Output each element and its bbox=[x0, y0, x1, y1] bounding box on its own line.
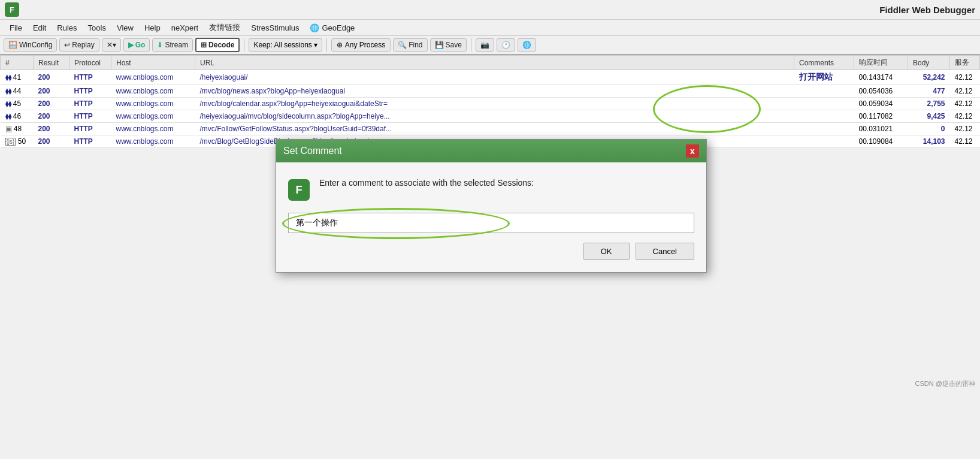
keep-sessions-button[interactable]: Keep: All sessions ▾ bbox=[249, 38, 322, 52]
replay-icon: ↩ bbox=[64, 41, 70, 49]
crosshair-icon: ⊕ bbox=[337, 41, 343, 49]
cell-host: www.cnblogs.com bbox=[111, 70, 195, 85]
menu-rules[interactable]: Rules bbox=[52, 22, 81, 34]
dialog-close-button[interactable]: x bbox=[686, 144, 699, 158]
table-row[interactable]: ⧫⧫ 45 200 HTTP www.cnblogs.com /mvc/blog… bbox=[1, 98, 980, 110]
save-icon: 💾 bbox=[435, 41, 444, 49]
menu-youqing[interactable]: 友情链接 bbox=[204, 21, 245, 34]
stream-button[interactable]: ⬇ Stream bbox=[152, 38, 193, 52]
toolbar-separator-3 bbox=[471, 38, 471, 52]
table-row[interactable]: ⧫⧫ 46 200 HTTP www.cnblogs.com /heiyexia… bbox=[1, 110, 980, 123]
cell-url: /heiyexiaoguai/mvc/blog/sidecolumn.aspx?… bbox=[195, 110, 794, 123]
cell-body: 14,103 bbox=[908, 135, 950, 148]
go-icon: ▶ bbox=[128, 41, 134, 49]
comment-input[interactable] bbox=[288, 213, 694, 233]
cell-host: www.cnblogs.com bbox=[111, 123, 195, 135]
cell-body: 9,425 bbox=[908, 110, 950, 123]
toolbar-separator-2 bbox=[326, 38, 327, 52]
col-header-service[interactable]: 服务 bbox=[950, 56, 980, 70]
cell-time: 00.031021 bbox=[854, 123, 908, 135]
cell-service: 42.12 bbox=[950, 98, 980, 110]
any-process-button[interactable]: ⊕ Any Process bbox=[331, 38, 391, 52]
toolbar: 🪟 WinConfig ↩ Replay ✕▾ ▶ Go ⬇ Stream ⊞ … bbox=[0, 36, 980, 55]
snapshot-button[interactable]: 📷 bbox=[476, 38, 494, 52]
menu-nexpert[interactable]: neXpert bbox=[167, 22, 204, 34]
clock-icon: 🕐 bbox=[501, 41, 510, 49]
cell-url: /heiyexiaoguai/ bbox=[195, 70, 794, 85]
dialog-content: F Enter a comment to associate with the … bbox=[288, 177, 694, 201]
table-row[interactable]: ⧫⧫ 41 200 HTTP www.cnblogs.com /heiyexia… bbox=[1, 70, 980, 85]
table-row[interactable]: ▣ 48 200 HTTP www.cnblogs.com /mvc/Follo… bbox=[1, 123, 980, 135]
globe-icon: 🌐 bbox=[522, 41, 531, 49]
cell-num: ▣ 48 bbox=[1, 123, 34, 135]
go-button[interactable]: ▶ Go bbox=[123, 38, 150, 52]
ok-button[interactable]: OK bbox=[583, 243, 630, 260]
dialog-input-area bbox=[288, 213, 694, 233]
cell-service: 42.12 bbox=[950, 85, 980, 98]
sessions-table-container: # Result Protocol Host URL Comments 响应时间… bbox=[0, 55, 980, 148]
set-comment-dialog[interactable]: Set Comment x F Enter a comment to assoc… bbox=[276, 139, 707, 273]
col-header-comments[interactable]: Comments bbox=[794, 56, 854, 70]
menu-geoedge[interactable]: 🌐 GeoEdge bbox=[305, 22, 359, 34]
x-button[interactable]: ✕▾ bbox=[102, 38, 121, 52]
cell-service: 42.12 bbox=[950, 123, 980, 135]
cell-time: 00.054036 bbox=[854, 85, 908, 98]
dialog-buttons: OK Cancel bbox=[288, 243, 694, 260]
cell-comments bbox=[794, 85, 854, 98]
dialog-body: F Enter a comment to associate with the … bbox=[276, 162, 706, 272]
dialog-message: Enter a comment to associate with the se… bbox=[319, 177, 534, 189]
cell-result: 200 bbox=[34, 98, 69, 110]
cell-host: www.cnblogs.com bbox=[111, 98, 195, 110]
cell-protocol: HTTP bbox=[69, 110, 111, 123]
col-header-time[interactable]: 响应时间 bbox=[854, 56, 908, 70]
table-row[interactable]: ⧫⧫ 44 200 HTTP www.cnblogs.com /mvc/blog… bbox=[1, 85, 980, 98]
save-button[interactable]: 💾 Save bbox=[430, 38, 467, 52]
windows-icon: 🪟 bbox=[8, 41, 17, 49]
cell-service: 42.12 bbox=[950, 135, 980, 148]
watermark: CSDN @逆击的雷神 bbox=[915, 379, 975, 388]
col-header-host[interactable]: Host bbox=[111, 56, 195, 70]
menu-tools[interactable]: Tools bbox=[83, 22, 111, 34]
menu-edit[interactable]: Edit bbox=[28, 22, 51, 34]
col-header-url[interactable]: URL bbox=[195, 56, 794, 70]
browse-button[interactable]: 🌐 bbox=[518, 38, 536, 52]
cell-time: 00.117082 bbox=[854, 110, 908, 123]
menu-view[interactable]: View bbox=[112, 22, 138, 34]
col-header-num[interactable]: # bbox=[1, 56, 34, 70]
cell-num: {js} 50 bbox=[1, 135, 34, 148]
find-button[interactable]: 🔍 Find bbox=[393, 38, 427, 52]
replay-button[interactable]: ↩ Replay bbox=[59, 38, 99, 52]
cell-num: ⧫⧫ 45 bbox=[1, 98, 34, 110]
decode-button[interactable]: ⊞ Decode bbox=[195, 38, 240, 52]
cell-body: 0 bbox=[908, 123, 950, 135]
cell-comments bbox=[794, 135, 854, 148]
cell-protocol: HTTP bbox=[69, 123, 111, 135]
cell-url: /mvc/blog/calendar.aspx?blogApp=heiyexia… bbox=[195, 98, 794, 110]
toolbar-separator-1 bbox=[244, 38, 244, 52]
winconfig-button[interactable]: 🪟 WinConfig bbox=[4, 38, 57, 52]
menu-bar: File Edit Rules Tools View Help neXpert … bbox=[0, 20, 980, 36]
col-header-protocol[interactable]: Protocol bbox=[69, 56, 111, 70]
menu-file[interactable]: File bbox=[5, 22, 27, 34]
cell-comments bbox=[794, 110, 854, 123]
cell-url: /mvc/blog/news.aspx?blogApp=heiyexiaogua… bbox=[195, 85, 794, 98]
decode-icon: ⊞ bbox=[201, 41, 207, 49]
find-icon: 🔍 bbox=[398, 41, 407, 49]
dialog-title: Set Comment bbox=[283, 146, 342, 156]
menu-help[interactable]: Help bbox=[140, 22, 165, 34]
dialog-app-icon: F bbox=[288, 179, 310, 201]
dropdown-arrow-icon: ▾ bbox=[314, 41, 317, 49]
cell-time: 00.059034 bbox=[854, 98, 908, 110]
cancel-button[interactable]: Cancel bbox=[636, 243, 694, 260]
camera-icon: 📷 bbox=[480, 41, 489, 49]
col-header-result[interactable]: Result bbox=[34, 56, 69, 70]
cell-body: 52,242 bbox=[908, 70, 950, 85]
cell-result: 200 bbox=[34, 70, 69, 85]
cell-host: www.cnblogs.com bbox=[111, 85, 195, 98]
clock-button[interactable]: 🕐 bbox=[497, 38, 515, 52]
cell-service: 42.12 bbox=[950, 110, 980, 123]
cell-body: 2,755 bbox=[908, 98, 950, 110]
menu-stresstimulus[interactable]: StresStimulus bbox=[246, 22, 304, 34]
col-header-body[interactable]: Body bbox=[908, 56, 950, 70]
title-bar-left: F bbox=[5, 2, 19, 17]
